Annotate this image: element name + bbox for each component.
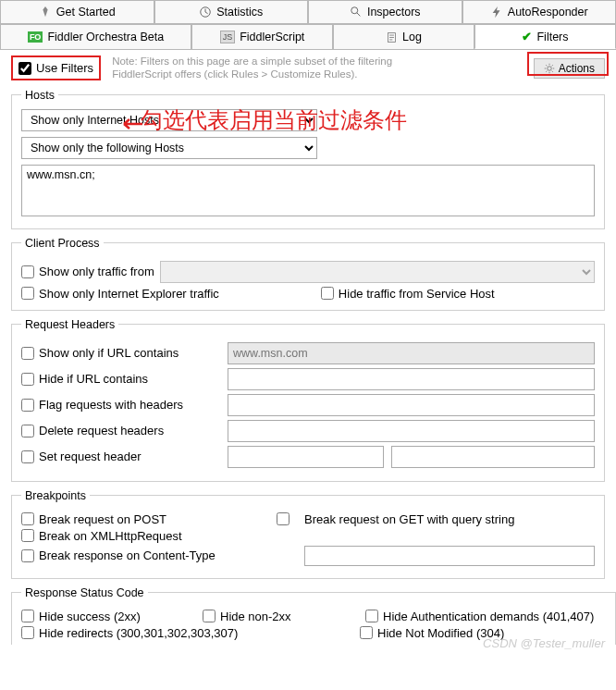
tab-autoresponder[interactable]: AutoResponder <box>462 0 617 23</box>
break-contenttype-input[interactable] <box>304 546 595 566</box>
show-only-ie-checkbox[interactable] <box>21 287 34 300</box>
client-process-fieldset: Client Process Show only traffic from Sh… <box>11 237 605 311</box>
actions-label: Actions <box>559 62 595 75</box>
log-icon <box>386 31 398 43</box>
hide-2xx-label[interactable]: Hide success (2xx) <box>21 610 197 623</box>
tab-label: Statistics <box>216 6 263 18</box>
flag-headers-input[interactable] <box>228 394 595 416</box>
actions-button[interactable]: Actions <box>534 58 605 79</box>
flag-headers-checkbox[interactable] <box>21 399 34 412</box>
set-header-checkbox[interactable] <box>21 450 34 463</box>
tab-filters[interactable]: ✔ Filters <box>474 24 616 49</box>
magnifier-icon <box>350 6 363 18</box>
tab-label: Log <box>402 31 422 43</box>
request-headers-fieldset: Request Headers Show only if URL contain… <box>11 318 605 482</box>
rocket-icon <box>39 6 52 18</box>
hide-service-host-label[interactable]: Hide traffic from Service Host <box>321 287 495 301</box>
tab-inspectors[interactable]: Inspectors <box>308 0 462 23</box>
check-icon: ✔ <box>522 30 532 43</box>
hide-redirect-label[interactable]: Hide redirects (300,301,302,303,307) <box>21 626 354 640</box>
tab-label: Inspectors <box>367 6 421 18</box>
show-only-traffic-from-checkbox[interactable] <box>21 265 34 278</box>
breakpoints-legend: Breakpoints <box>21 489 90 502</box>
tab-get-started[interactable]: Get Started <box>0 0 154 23</box>
request-headers-legend: Request Headers <box>21 318 118 331</box>
hosts-textarea[interactable]: www.msn.cn; <box>21 165 595 216</box>
hide-auth-checkbox[interactable] <box>365 610 378 622</box>
lightning-icon <box>490 6 503 18</box>
svg-point-3 <box>547 67 551 71</box>
use-filters-row: Use Filters Note: Filters on this page a… <box>11 55 605 81</box>
hide-redirect-checkbox[interactable] <box>21 626 34 639</box>
use-filters-checkbox[interactable] <box>18 62 31 75</box>
fo-icon: FO <box>28 31 43 43</box>
hide-2xx-checkbox[interactable] <box>21 610 34 622</box>
hide-auth-label[interactable]: Hide Authentication demands (401,407) <box>365 610 606 623</box>
tab-label: Get Started <box>56 6 116 18</box>
host-filter-select[interactable]: Show only the following Hosts <box>21 137 317 159</box>
break-xhr-checkbox[interactable] <box>21 529 34 542</box>
annotation-text: 勾选代表启用当前过滤条件 <box>141 105 407 135</box>
tab-fiddler-orchestra[interactable]: FO Fiddler Orchestra Beta <box>0 24 191 49</box>
tab-label: FiddlerScript <box>240 31 304 43</box>
break-post-checkbox[interactable] <box>21 512 34 525</box>
filters-note: Note: Filters on this page are a simple … <box>108 55 526 81</box>
hide-non2xx-label[interactable]: Hide non-2xx <box>203 610 360 623</box>
tab-label: Filters <box>536 31 568 43</box>
svg-point-1 <box>351 7 358 14</box>
process-select[interactable] <box>160 261 595 283</box>
hide-304-checkbox[interactable] <box>360 626 373 639</box>
tab-label: Fiddler Orchestra Beta <box>47 31 164 43</box>
set-header-name-input[interactable] <box>228 446 384 468</box>
hide-url-checkbox[interactable] <box>21 373 34 386</box>
set-header-value-input[interactable] <box>391 446 595 468</box>
tab-fiddlerscript[interactable]: JS FiddlerScript <box>191 24 333 49</box>
gear-icon <box>544 63 555 74</box>
tab-statistics[interactable]: Statistics <box>154 0 309 23</box>
url-contains-input[interactable] <box>228 342 595 364</box>
tabs-row-2: FO Fiddler Orchestra Beta JS FiddlerScri… <box>0 24 616 50</box>
js-icon: JS <box>220 31 236 43</box>
response-status-legend: Response Status Code <box>21 586 148 599</box>
hide-url-input[interactable] <box>228 368 595 390</box>
show-only-ie-label[interactable]: Show only Internet Explorer traffic <box>21 287 219 301</box>
delete-headers-input[interactable] <box>228 420 595 442</box>
tabs-row-1: Get Started Statistics Inspectors AutoRe… <box>0 0 616 24</box>
break-get-query-checkbox[interactable] <box>277 512 290 525</box>
breakpoints-fieldset: Breakpoints Break request on POST Break … <box>11 489 605 579</box>
break-contenttype-checkbox[interactable] <box>21 549 34 562</box>
hosts-legend: Hosts <box>21 89 58 102</box>
hide-304-label[interactable]: Hide Not Modified (304) <box>360 626 600 640</box>
annotation-box-usefilters: Use Filters <box>11 55 101 80</box>
use-filters-label: Use Filters <box>36 61 93 75</box>
response-status-fieldset: Response Status Code Hide success (2xx) … <box>11 586 616 645</box>
url-contains-checkbox[interactable] <box>21 347 34 360</box>
filters-panel: Use Filters Note: Filters on this page a… <box>0 50 616 656</box>
hide-service-host-checkbox[interactable] <box>321 287 334 300</box>
tab-log[interactable]: Log <box>333 24 474 49</box>
show-only-traffic-from-label[interactable]: Show only traffic from <box>21 265 154 278</box>
clock-icon <box>199 6 212 18</box>
hide-non2xx-checkbox[interactable] <box>203 610 216 622</box>
delete-headers-checkbox[interactable] <box>21 425 34 437</box>
client-process-legend: Client Process <box>21 237 104 250</box>
tab-label: AutoResponder <box>508 6 588 18</box>
